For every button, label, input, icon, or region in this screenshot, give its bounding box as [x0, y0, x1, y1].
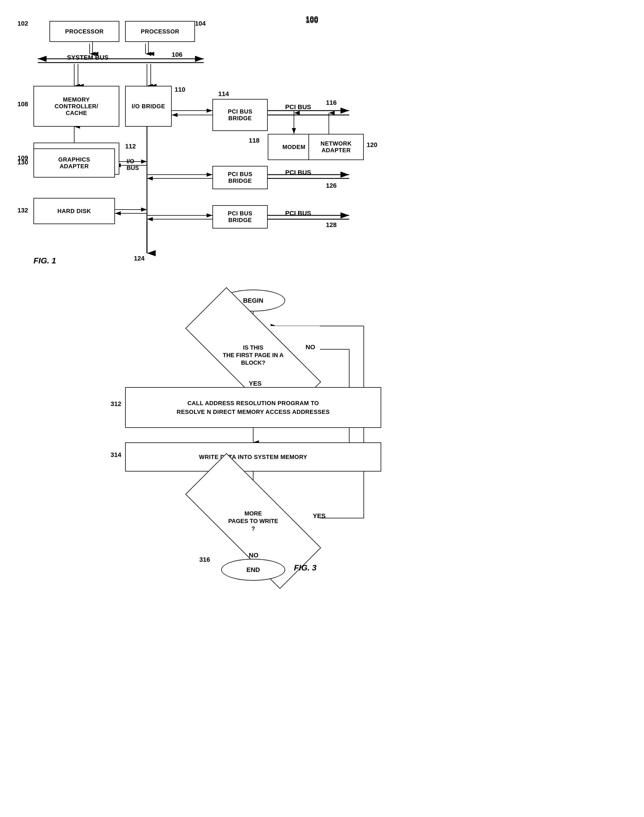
memory-controller-label: MEMORY CONTROLLER/ CACHE [55, 97, 98, 116]
io-bridge-box: I/O BRIDGE [125, 86, 172, 127]
ref-118: 118 [249, 137, 259, 144]
decision2-diamond: MORE PAGES TO WRITE ? [186, 492, 320, 550]
processor2-label: PROCESSOR [141, 28, 179, 35]
pci-bus-bridge1-box: PCI BUS BRIDGE [212, 99, 268, 131]
ref-132: 132 [17, 207, 28, 214]
diagram-container: 100 102 PROCESSOR PROCESSOR 104 106 SYST… [0, 0, 644, 817]
ref-116: 116 [326, 99, 337, 107]
pci-bus-bridge3-label: PCI BUS BRIDGE [228, 210, 253, 224]
process1-label: CALL ADDRESS RESOLUTION PROGRAM TO RESOL… [176, 399, 330, 416]
network-adapter-label: NETWORK ADAPTER [321, 140, 352, 154]
ref-100-display: 100 [305, 16, 318, 25]
pci-bus-bridge1-label: PCI BUS BRIDGE [228, 108, 253, 122]
io-bridge-label: I/O BRIDGE [132, 103, 165, 110]
io-bus-label: I/O BUS [127, 151, 139, 172]
processor1-label: PROCESSOR [65, 28, 104, 35]
ref-126: 126 [326, 182, 337, 190]
processor1-box: PROCESSOR [49, 21, 119, 42]
yes1-label: YES [249, 380, 262, 388]
ref-114: 114 [218, 90, 229, 98]
ref-120: 120 [366, 141, 377, 149]
network-adapter-box: NETWORK ADAPTER [308, 134, 364, 160]
ref-112: 112 [125, 143, 136, 150]
ref-110: 110 [175, 86, 186, 94]
fig3-label: FIG. 3 [294, 563, 317, 573]
ref-312: 312 [110, 400, 121, 408]
ref-102: 102 [17, 20, 28, 28]
fig1-label: FIG. 1 [34, 256, 56, 265]
memory-controller-box: MEMORY CONTROLLER/ CACHE [34, 86, 119, 127]
ref-130: 130 [17, 159, 28, 166]
decision1-diamond: IS THIS THE FIRST PAGE IN A BLOCK? [186, 326, 320, 384]
pci-bus2-label: PCI BUS [285, 169, 311, 176]
ref-124: 124 [134, 254, 145, 262]
pci-bus-bridge2-box: PCI BUS BRIDGE [212, 166, 268, 189]
decision1-text: IS THIS THE FIRST PAGE IN A BLOCK? [223, 344, 284, 366]
end-label: END [247, 566, 260, 574]
pci-bus-bridge3-box: PCI BUS BRIDGE [212, 205, 268, 228]
hard-disk-label: HARD DISK [57, 208, 91, 215]
hard-disk-box: HARD DISK [34, 198, 115, 224]
yes2-label: YES [313, 512, 326, 520]
modem-label: MODEM [282, 144, 305, 150]
ref-316: 316 [199, 556, 210, 564]
process2-box: WRITE DATA INTO SYSTEM MEMORY [125, 442, 381, 472]
decision2-text: MORE PAGES TO WRITE ? [228, 510, 278, 532]
ref-108: 108 [17, 100, 28, 108]
process1-box: CALL ADDRESS RESOLUTION PROGRAM TO RESOL… [125, 387, 381, 428]
ref-104: 104 [195, 20, 206, 28]
end-oval: END [221, 559, 285, 581]
ref-106: 106 [172, 51, 182, 58]
ref-128: 128 [326, 221, 337, 229]
graphics-adapter-label: GRAPHICS ADAPTER [58, 156, 90, 170]
ref-314: 314 [110, 451, 121, 459]
begin-label: BEGIN [243, 297, 263, 305]
no1-label: NO [305, 343, 315, 351]
graphics-adapter-box: GRAPHICS ADAPTER [34, 149, 115, 178]
process2-label: WRITE DATA INTO SYSTEM MEMORY [199, 454, 307, 460]
pci-bus-bridge2-label: PCI BUS BRIDGE [228, 171, 253, 184]
pci-bus3-label: PCI BUS [285, 210, 311, 217]
pci-bus1-label: PCI BUS [285, 103, 311, 111]
system-bus-label: SYSTEM BUS [67, 54, 109, 61]
processor2-box: PROCESSOR [125, 21, 195, 42]
no2-label: NO [249, 552, 258, 559]
